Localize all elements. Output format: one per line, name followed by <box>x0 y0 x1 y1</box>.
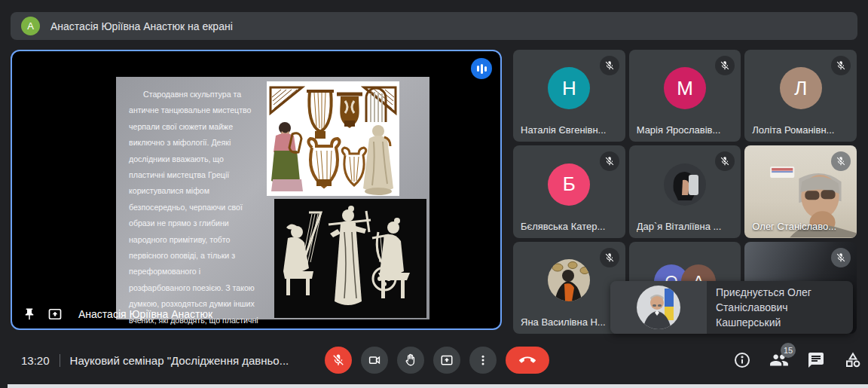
avatar: М <box>664 67 706 109</box>
mic-toggle-button[interactable] <box>325 347 352 374</box>
participant-name: Лоліта Романівн... <box>752 124 834 136</box>
avatar-photo <box>548 259 590 301</box>
toast-photo-panel <box>610 281 707 334</box>
pin-icon[interactable] <box>23 307 36 321</box>
camera-toggle-button[interactable] <box>361 347 388 374</box>
joining-user-photo <box>637 286 680 329</box>
participant-tile[interactable]: Дар`я Віталіївна ... <box>629 145 741 237</box>
mic-muted-icon <box>600 248 619 267</box>
presentation-tile[interactable]: Стародавня скульптура та античне танцюва… <box>11 50 502 330</box>
participant-name: Дар`я Віталіївна ... <box>637 221 722 232</box>
mic-muted-icon <box>831 248 851 267</box>
participant-name: Яна Василівна Н... <box>521 316 606 328</box>
participant-tile[interactable]: М Марія Ярославів... <box>629 50 741 142</box>
mic-muted-icon <box>715 151 735 171</box>
meeting-info: 13:20 Науковий семінар "Дослідження давн… <box>21 346 289 374</box>
participant-tile[interactable]: Б Бєлявська Катер... <box>513 145 625 237</box>
clock: 13:20 <box>21 354 50 367</box>
participant-tile[interactable]: Л Лоліта Романівн... <box>744 50 857 142</box>
equalizer-icon <box>477 63 487 74</box>
participant-name: Наталія Євгенівн... <box>521 124 606 136</box>
participant-count-badge: 15 <box>781 343 796 358</box>
participant-tile-video[interactable]: Олег Станіславо... <box>744 145 857 237</box>
avatar-photo <box>664 163 706 206</box>
toast-message: Приєднується Олег Станіславович Кашперсь… <box>707 281 853 334</box>
mic-muted-icon <box>600 151 619 171</box>
meeting-details-button[interactable] <box>732 350 752 370</box>
participant-name: Марія Ярославів... <box>637 124 721 136</box>
end-call-button[interactable] <box>506 347 549 374</box>
mic-muted-icon <box>600 56 619 75</box>
participant-tile[interactable]: Яна Василівна Н... <box>513 242 625 334</box>
participant-name: Бєлявська Катер... <box>521 221 605 232</box>
avatar: Л <box>780 67 822 109</box>
lyres-illustration <box>267 81 399 196</box>
shared-slide: Стародавня скульптура та античне танцюва… <box>116 77 429 319</box>
slide-images <box>262 77 429 319</box>
meeting-title: Науковий семінар "Дослідження давньо... <box>70 354 289 367</box>
avatar: Б <box>548 163 590 206</box>
slide-paragraph: Стародавня скульптура та античне танцюва… <box>116 77 262 319</box>
mic-muted-icon <box>715 56 735 75</box>
vase-painting-illustration <box>274 199 426 318</box>
more-options-button[interactable] <box>469 347 497 374</box>
presented-screen-icon <box>47 307 63 322</box>
participant-name: Олег Станіславо... <box>752 221 836 232</box>
chat-button[interactable] <box>806 350 826 370</box>
participants-button[interactable]: 15 <box>769 350 789 370</box>
call-controls <box>325 347 549 374</box>
presenter-avatar: A <box>21 17 40 35</box>
present-screen-button[interactable] <box>433 347 460 374</box>
participant-tile[interactable]: Н Наталія Євгенівн... <box>513 50 625 142</box>
audio-playing-indicator <box>471 58 492 79</box>
presenter-name-label: Анастасія Юріївна Анастюк <box>78 308 212 320</box>
avatar: Н <box>548 67 590 109</box>
meeting-panel-buttons: 15 <box>732 347 863 374</box>
mic-muted-icon <box>831 56 851 75</box>
join-notification-toast: Приєднується Олег Станіславович Кашперсь… <box>610 281 853 334</box>
screen-share-banner: A Анастасія Юріївна Анастюк на екрані <box>11 12 857 40</box>
screen-edge-strip <box>8 384 868 388</box>
activities-button[interactable] <box>843 350 863 370</box>
raise-hand-button[interactable] <box>397 347 424 374</box>
screen-share-banner-text: Анастасія Юріївна Анастюк на екрані <box>50 20 233 32</box>
divider <box>60 354 60 367</box>
